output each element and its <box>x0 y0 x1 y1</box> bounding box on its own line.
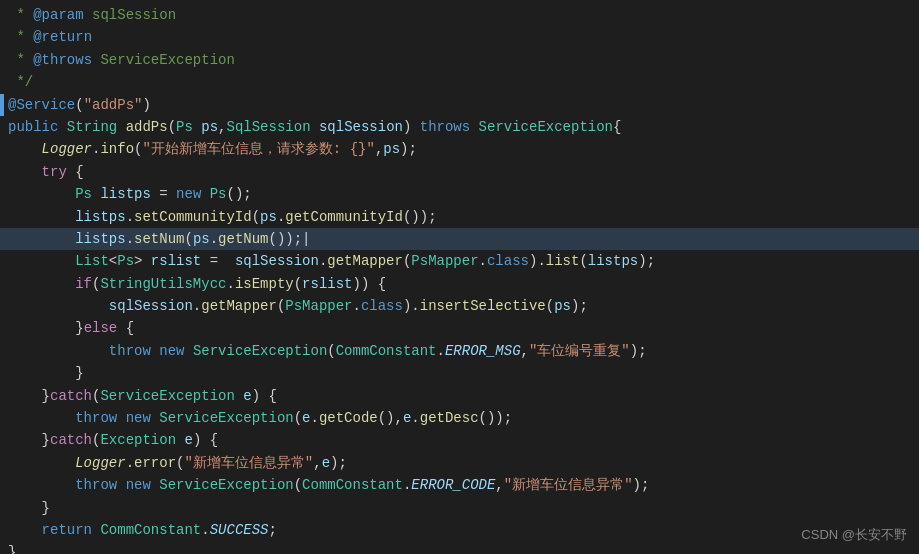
token-plain: . <box>479 253 487 269</box>
code-line: List<Ps> rslist = sqlSession.getMapper(P… <box>0 250 919 272</box>
token-comment: * <box>8 29 33 45</box>
token-plain <box>8 231 75 247</box>
token-variable: ps <box>383 141 400 157</box>
token-kw: new <box>176 186 201 202</box>
code-text: * @param sqlSession <box>8 4 176 26</box>
token-kw: public <box>8 119 58 135</box>
code-line: Ps listps = new Ps(); <box>0 183 919 205</box>
token-type: List <box>75 253 109 269</box>
token-method: isEmpty <box>235 276 294 292</box>
token-type: ServiceException <box>159 477 293 493</box>
code-text: listps.setNum(ps.getNum());| <box>8 228 311 250</box>
code-text: Ps listps = new Ps(); <box>8 183 252 205</box>
token-variable: rslist <box>151 253 201 269</box>
code-line: * @return <box>0 26 919 48</box>
code-line: if(StringUtilsMycc.isEmpty(rslist)) { <box>0 273 919 295</box>
token-type: Ps <box>210 186 227 202</box>
token-plain: } <box>8 388 50 404</box>
token-str: "新增车位信息异常" <box>184 455 313 471</box>
token-plain: ()); <box>479 410 513 426</box>
token-plain: ( <box>252 209 260 225</box>
code-text: * @return <box>8 26 92 48</box>
token-method: setNum <box>134 231 184 247</box>
code-text: Logger.error("新增车位信息异常",e); <box>8 452 347 474</box>
token-plain: )) { <box>353 276 387 292</box>
token-variable: sqlSession <box>319 119 403 135</box>
token-plain <box>151 343 159 359</box>
token-type: PsMapper <box>285 298 352 314</box>
code-line: * @throws ServiceException <box>0 49 919 71</box>
token-variable: e <box>322 455 330 471</box>
code-line: throw new ServiceException(e.getCode(),e… <box>0 407 919 429</box>
token-plain <box>151 477 159 493</box>
token-plain: . <box>226 276 234 292</box>
code-text: throw new ServiceException(e.getCode(),e… <box>8 407 512 429</box>
token-param-tag: @throws <box>33 52 92 68</box>
code-line: throw new ServiceException(CommConstant.… <box>0 474 919 496</box>
token-plain <box>470 119 478 135</box>
code-line: listps.setCommunityId(ps.getCommunityId(… <box>0 206 919 228</box>
token-static-field: ERROR_CODE <box>411 477 495 493</box>
token-method: getDesc <box>420 410 479 426</box>
token-variable: listps <box>588 253 638 269</box>
token-type: CommConstant <box>100 522 201 538</box>
token-plain: ); <box>630 343 647 359</box>
code-line: return CommConstant.SUCCESS; <box>0 519 919 541</box>
token-str: "车位编号重复" <box>529 343 630 359</box>
token-str: "开始新增车位信息，请求参数: {}" <box>142 141 374 157</box>
token-variable: rslist <box>302 276 352 292</box>
token-plain <box>151 410 159 426</box>
code-line: throw new ServiceException(CommConstant.… <box>0 340 919 362</box>
code-text: public String addPs(Ps ps,SqlSession sql… <box>8 116 621 138</box>
token-method: getNum <box>218 231 268 247</box>
token-comment: ServiceException <box>92 52 235 68</box>
token-plain: . <box>311 410 319 426</box>
token-kw: throw <box>75 410 117 426</box>
token-plain: . <box>210 231 218 247</box>
token-plain: , <box>521 343 529 359</box>
token-plain <box>8 477 75 493</box>
token-type: Exception <box>100 432 176 448</box>
token-plain: ) <box>403 119 420 135</box>
token-plain: ( <box>294 477 302 493</box>
token-variable: listps <box>75 231 125 247</box>
token-plain: ( <box>579 253 587 269</box>
token-plain <box>311 119 319 135</box>
token-method: getCommunityId <box>285 209 403 225</box>
token-plain: } <box>8 432 50 448</box>
token-plain: ( <box>294 276 302 292</box>
token-plain <box>117 119 125 135</box>
token-plain: (), <box>378 410 403 426</box>
token-kw: class <box>361 298 403 314</box>
token-plain: ); <box>633 477 650 493</box>
code-line: }catch(Exception e) { <box>0 429 919 451</box>
token-plain: , <box>313 455 321 471</box>
code-text: }catch(ServiceException e) { <box>8 385 277 407</box>
token-plain <box>235 388 243 404</box>
token-method: getCode <box>319 410 378 426</box>
code-text: */ <box>8 71 33 93</box>
token-kw-ctrl: catch <box>50 388 92 404</box>
code-text: * @throws ServiceException <box>8 49 235 71</box>
token-method: getMapper <box>327 253 403 269</box>
token-plain: ( <box>327 343 335 359</box>
token-method: addPs <box>126 119 168 135</box>
code-text: Logger.info("开始新增车位信息，请求参数: {}",ps); <box>8 138 417 160</box>
token-type: CommConstant <box>336 343 437 359</box>
token-plain <box>8 209 75 225</box>
token-plain: } <box>8 544 16 554</box>
code-text: } <box>8 541 16 554</box>
token-variable: ps <box>554 298 571 314</box>
token-kw: new <box>126 477 151 493</box>
token-plain: . <box>411 410 419 426</box>
token-plain <box>117 477 125 493</box>
token-plain <box>117 410 125 426</box>
token-plain: ) { <box>252 388 277 404</box>
code-text: } <box>8 497 50 519</box>
token-annotation: @Service <box>8 97 75 113</box>
token-type: SqlSession <box>227 119 311 135</box>
token-comment: * <box>8 52 33 68</box>
token-str: "新增车位信息异常" <box>504 477 633 493</box>
code-text: }catch(Exception e) { <box>8 429 218 451</box>
token-method: getMapper <box>201 298 277 314</box>
